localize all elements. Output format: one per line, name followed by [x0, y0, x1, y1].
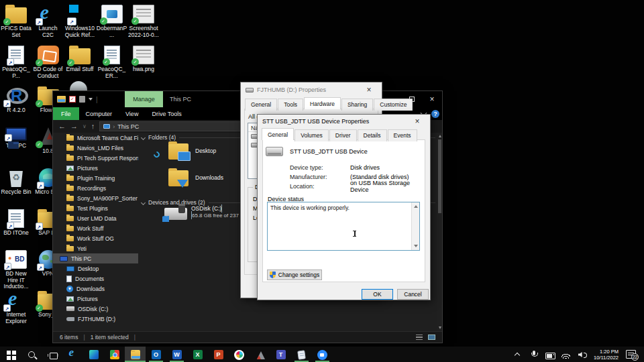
help-icon[interactable]: ? — [431, 110, 439, 118]
dialog-tab[interactable]: Sharing — [341, 99, 373, 111]
breadcrumb[interactable]: This PC — [117, 123, 139, 130]
desktop-icon[interactable]: PFICS Data Set — [1, 5, 32, 38]
taskbar-clock[interactable]: 1:20 PM 10/11/2022 — [594, 349, 619, 361]
details-view-icon[interactable] — [416, 335, 423, 340]
close-icon[interactable]: × — [409, 117, 425, 126]
scroll-up-icon[interactable] — [414, 205, 418, 208]
nav-item[interactable]: PI Tech Support Responses — [53, 153, 138, 163]
taskbar-app[interactable] — [0, 347, 21, 362]
dialog-tab[interactable]: Hardware — [304, 97, 341, 109]
nav-item[interactable]: User LMD Data — [53, 213, 138, 223]
nav-item[interactable]: Pictures — [53, 163, 138, 173]
nav-item[interactable]: OSDisk (C:) — [53, 304, 138, 314]
properties-icon[interactable]: ✓ — [69, 96, 76, 103]
new-folder-icon[interactable] — [79, 96, 85, 103]
desktop-icon[interactable]: Recycle Bin — [1, 168, 32, 196]
wifi-icon[interactable] — [561, 350, 570, 359]
scroll-down-icon[interactable] — [414, 245, 418, 247]
battery-icon[interactable] — [545, 350, 554, 359]
collapse-chevron-icon[interactable] — [141, 200, 146, 204]
close-icon[interactable]: × — [361, 85, 377, 95]
taskbar-app[interactable]: X — [187, 347, 208, 362]
taskbar-app[interactable]: O — [146, 347, 166, 362]
nav-item[interactable]: Microsoft Teams Chat Files — [53, 133, 138, 143]
desktop-icon[interactable]: BD Code of Conduct — [33, 46, 64, 79]
recent-dropdown-icon[interactable]: ∨ — [83, 123, 87, 130]
taskbar-app[interactable] — [291, 347, 312, 362]
desktop-icon[interactable]: DobermanP... — [97, 5, 127, 38]
dialog-tab[interactable]: Driver — [329, 129, 357, 141]
taskbar-app[interactable] — [104, 347, 125, 362]
dialog-tab[interactable]: General — [245, 99, 277, 111]
desktop-icon[interactable]: Windows10 Quick Ref... — [64, 5, 95, 38]
collapse-chevron-icon[interactable] — [141, 135, 146, 139]
nav-item[interactable]: Documents — [53, 274, 138, 284]
nav-item[interactable]: Recordings — [53, 183, 138, 193]
nav-item[interactable]: FJTHUMB (D:) — [53, 314, 138, 324]
ribbon-tab[interactable]: Drive Tools — [145, 107, 188, 120]
nav-item[interactable]: Work Stuff — [53, 223, 138, 233]
taskbar-app[interactable] — [62, 347, 83, 362]
dialog-tab[interactable]: Events — [388, 129, 417, 141]
desktop-icon[interactable]: R 4.2.0 — [1, 86, 32, 114]
desktop-icon[interactable]: Screenshot 2022-10-0... — [128, 5, 159, 38]
dialog-tab[interactable]: Details — [358, 129, 387, 141]
volume-icon[interactable] — [578, 350, 586, 359]
nav-item[interactable]: Downloads — [53, 284, 138, 294]
dialog-tab[interactable]: Tools — [278, 99, 303, 111]
dialog-tab[interactable]: Volumes — [294, 129, 329, 141]
manage-contextual-tab[interactable]: Manage — [125, 91, 163, 107]
taskbar-app[interactable] — [42, 347, 62, 362]
scroll-up-icon[interactable] — [439, 135, 441, 137]
desktop-icon[interactable]: BD ITOne — [1, 209, 32, 237]
desktop-icon[interactable]: hwa.png — [128, 46, 159, 73]
taskbar-app[interactable] — [229, 347, 250, 362]
desktop-icon[interactable]: Launch C2C — [33, 5, 64, 38]
dialog-tab[interactable]: Customize — [374, 99, 413, 111]
nav-item[interactable]: Pictures — [53, 294, 138, 304]
taskbar-app[interactable] — [83, 347, 104, 362]
nav-item[interactable]: Navios_LMD Files — [53, 143, 138, 153]
ribbon-tab[interactable]: Computer — [79, 107, 119, 120]
scrollbar-thumb[interactable] — [438, 139, 441, 213]
nav-item[interactable]: Plugin Training — [53, 173, 138, 183]
desktop-icon[interactable]: BD New Hire IT Inductio... — [1, 250, 32, 290]
nav-item[interactable]: Test Plugins — [53, 203, 138, 213]
ribbon-tab[interactable]: View — [119, 107, 145, 120]
ok-button[interactable]: OK — [362, 289, 393, 300]
device-status-textarea[interactable]: This device is working properly. — [267, 202, 420, 251]
nav-item[interactable]: Work Stuff OG — [53, 233, 138, 243]
taskbar-app[interactable] — [250, 347, 270, 362]
desktop-icon[interactable]: Internet Explorer — [1, 291, 32, 324]
cancel-button[interactable]: Cancel — [397, 289, 429, 300]
address-field[interactable]: › This PC — [99, 121, 241, 131]
nav-item[interactable]: Yeti — [53, 243, 138, 253]
taskbar-app[interactable]: W — [166, 347, 187, 362]
osdisk-drive-tile[interactable]: OSDisk (C:) 65.8 GB free of 237 G — [164, 205, 244, 223]
back-icon[interactable]: ← — [58, 123, 66, 130]
forward-icon[interactable]: → — [70, 123, 78, 130]
taskbar-app[interactable]: T — [270, 347, 291, 362]
textarea-scrollbar[interactable] — [411, 202, 419, 250]
taskbar-app[interactable] — [125, 347, 146, 362]
nav-item[interactable]: Sony_MA900FP_Sorter — [53, 193, 138, 203]
nav-item[interactable]: Desktop — [53, 263, 138, 274]
hidden-icons-chevron[interactable] — [513, 350, 522, 359]
scroll-down-icon[interactable] — [439, 326, 441, 329]
taskbar-app[interactable] — [312, 347, 333, 362]
desktop-icon[interactable]: PeacoQC_P... — [1, 46, 32, 79]
microphone-icon[interactable] — [529, 350, 538, 359]
taskbar-app[interactable] — [21, 347, 42, 362]
qat-dropdown-icon[interactable] — [89, 98, 93, 101]
dialog-tab[interactable]: General — [262, 128, 294, 140]
desktop-icon[interactable]: This PC — [1, 127, 32, 149]
taskbar-app[interactable]: P — [208, 347, 229, 362]
change-settings-button[interactable]: Change settings — [267, 269, 322, 280]
nav-scrollbar[interactable] — [437, 133, 442, 331]
notification-center-icon[interactable]: 22 — [626, 350, 636, 359]
nav-item[interactable]: This PC — [53, 253, 138, 263]
downloads-folder-tile[interactable]: Downloads — [168, 169, 223, 186]
close-button[interactable]: × — [422, 91, 442, 107]
thumbnail-view-icon[interactable] — [428, 335, 435, 340]
desktop-folder-tile[interactable]: Desktop — [168, 142, 216, 160]
